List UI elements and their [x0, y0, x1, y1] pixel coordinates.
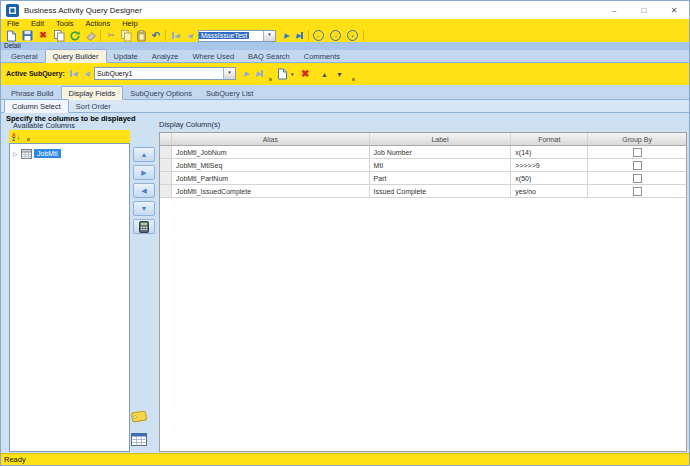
sort-az-icon[interactable]: A Z ↓: [12, 133, 20, 141]
display-fields-panel: Specify the columns to be displayed Avai…: [1, 113, 689, 453]
record-combo-dropdown[interactable]: ▼: [263, 31, 275, 41]
first-record-button[interactable]: ◀: [169, 29, 182, 42]
cell-alias[interactable]: JobMtl_PartNum: [172, 172, 370, 184]
toolbar-overflow-grip[interactable]: [269, 78, 272, 81]
last-record-button[interactable]: ▶: [293, 29, 306, 42]
cell-alias[interactable]: JobMtl_IssuedComplete: [172, 185, 370, 197]
table-row[interactable]: JobMtl_PartNum Part x(50): [160, 172, 686, 185]
tab-subquery-list[interactable]: SubQuery List: [199, 87, 261, 99]
tab-subquery-options[interactable]: SubQuery Options: [123, 87, 199, 99]
new-icon[interactable]: [4, 29, 18, 42]
table-row[interactable]: JobMtl_IssuedComplete Issued Complete ye…: [160, 185, 686, 198]
row-indicator[interactable]: [160, 159, 172, 171]
group-by-checkbox[interactable]: [633, 187, 642, 196]
delete-subquery-icon[interactable]: ✖: [301, 67, 309, 81]
first-subquery-button[interactable]: ◀: [67, 67, 80, 80]
duplicate-icon[interactable]: [52, 29, 66, 42]
column-tab-strip: Column Select Sort Order: [1, 100, 689, 113]
forward-history-icon[interactable]: →: [329, 29, 342, 42]
save-icon[interactable]: [20, 29, 34, 42]
table-row[interactable]: JobMtl_MtlSeq Mtl >>>>>9: [160, 159, 686, 172]
cell-format[interactable]: x(50): [511, 172, 588, 184]
remove-column-button[interactable]: ◀: [133, 183, 155, 198]
header-alias[interactable]: Alias: [172, 133, 370, 145]
previous-record-button[interactable]: ◀: [183, 29, 196, 42]
header-format[interactable]: Format: [511, 133, 588, 145]
cell-alias[interactable]: JobMtl_MtlSeq: [172, 159, 370, 171]
cell-label[interactable]: Mtl: [370, 159, 512, 171]
tab-column-select[interactable]: Column Select: [4, 99, 69, 113]
history-list-icon[interactable]: •: [346, 29, 359, 42]
menu-edit[interactable]: Edit: [25, 19, 50, 29]
cell-format[interactable]: >>>>>9: [511, 159, 588, 171]
app-icon: [6, 4, 19, 17]
paste-icon[interactable]: [134, 29, 148, 42]
move-column-down-button[interactable]: ▼: [133, 201, 155, 216]
move-down-icon[interactable]: ▼: [336, 67, 343, 81]
group-by-checkbox[interactable]: [633, 161, 642, 170]
toolbar-overflow-grip[interactable]: [352, 78, 355, 81]
last-subquery-button[interactable]: ▶: [253, 67, 266, 80]
cell-label[interactable]: Part: [370, 172, 512, 184]
previous-subquery-button[interactable]: ◀: [80, 67, 93, 80]
next-subquery-button[interactable]: ▶: [240, 67, 253, 80]
tab-sort-order[interactable]: Sort Order: [69, 100, 118, 112]
table-row[interactable]: JobMtl_JobNum Job Number x(14): [160, 146, 686, 159]
tree-item-label: JobMtl: [34, 149, 61, 158]
tab-update[interactable]: Update: [107, 50, 145, 62]
new-subquery-icon[interactable]: ▼: [277, 67, 294, 81]
expander-icon[interactable]: ▷: [13, 150, 21, 157]
row-indicator[interactable]: [160, 172, 172, 184]
header-group-by[interactable]: Group By: [588, 133, 686, 145]
group-by-checkbox[interactable]: [633, 174, 642, 183]
row-indicator[interactable]: [160, 185, 172, 197]
row-indicator[interactable]: [160, 146, 172, 158]
calculated-field-button[interactable]: [133, 219, 155, 234]
cell-alias[interactable]: JobMtl_JobNum: [172, 146, 370, 158]
available-columns-tree[interactable]: ▷ JobMtl: [9, 143, 130, 452]
subquery-combo[interactable]: SubQuery1 ▼: [94, 67, 236, 80]
copy-icon[interactable]: [119, 29, 133, 42]
move-column-up-button[interactable]: ▲: [133, 147, 155, 162]
display-columns-grid[interactable]: Alias Label Format Group By JobMtl_JobNu…: [159, 132, 687, 452]
menu-help[interactable]: Help: [116, 19, 143, 29]
cut-icon[interactable]: ✂: [104, 29, 118, 42]
tab-phrase-build[interactable]: Phrase Build: [4, 87, 61, 99]
delete-icon[interactable]: ✖: [36, 29, 50, 42]
header-label[interactable]: Label: [370, 133, 512, 145]
close-button[interactable]: ✕: [659, 1, 689, 19]
record-combo[interactable]: MassIssueTest ▼: [198, 30, 276, 42]
next-record-button[interactable]: ▶: [280, 29, 293, 42]
cell-label[interactable]: Job Number: [370, 146, 512, 158]
back-history-icon[interactable]: ←: [312, 29, 325, 42]
cell-label[interactable]: Issued Complete: [370, 185, 512, 197]
maximize-button[interactable]: □: [629, 1, 659, 19]
grid-view-button[interactable]: [128, 430, 150, 449]
tab-analyze[interactable]: Analyze: [145, 50, 186, 62]
tree-item-jobmtl[interactable]: ▷ JobMtl: [10, 147, 129, 160]
cell-format[interactable]: x(14): [511, 146, 588, 158]
cell-group-by: [588, 172, 686, 184]
cell-format[interactable]: yes/no: [511, 185, 588, 197]
menu-file[interactable]: File: [1, 19, 25, 29]
clear-icon[interactable]: [84, 29, 98, 42]
menu-actions[interactable]: Actions: [80, 19, 117, 29]
tab-query-builder[interactable]: Query Builder: [45, 49, 107, 63]
tab-general[interactable]: General: [4, 50, 45, 62]
move-up-icon[interactable]: ▲: [321, 67, 328, 81]
menu-tools[interactable]: Tools: [50, 19, 80, 29]
undo-icon[interactable]: ↶: [149, 29, 163, 42]
label-tag-button[interactable]: [128, 407, 150, 426]
add-column-button[interactable]: ▶: [133, 165, 155, 180]
tab-where-used[interactable]: Where Used: [185, 50, 241, 62]
toolbar-overflow-grip[interactable]: [27, 138, 30, 141]
tag-icon: [130, 409, 149, 424]
title-bar[interactable]: Business Activity Query Designer – □ ✕: [1, 1, 689, 19]
group-by-checkbox[interactable]: [633, 148, 642, 157]
subquery-combo-dropdown[interactable]: ▼: [223, 68, 235, 79]
tab-baq-search[interactable]: BAQ Search: [241, 50, 297, 62]
minimize-button[interactable]: –: [599, 1, 629, 19]
tab-comments[interactable]: Comments: [297, 50, 347, 62]
tab-display-fields[interactable]: Display Fields: [61, 86, 124, 100]
refresh-icon[interactable]: [68, 29, 82, 42]
